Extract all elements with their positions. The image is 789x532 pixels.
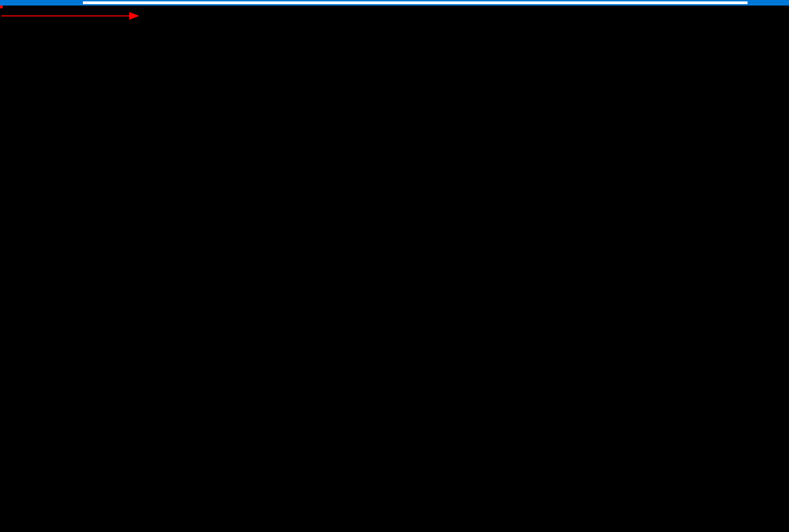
vim-status-line [0, 520, 789, 532]
annotation-arrow [0, 6, 152, 26]
titlebar-address-strip [83, 1, 748, 4]
window-titlebar [0, 0, 789, 6]
highlight-box [0, 6, 3, 8]
